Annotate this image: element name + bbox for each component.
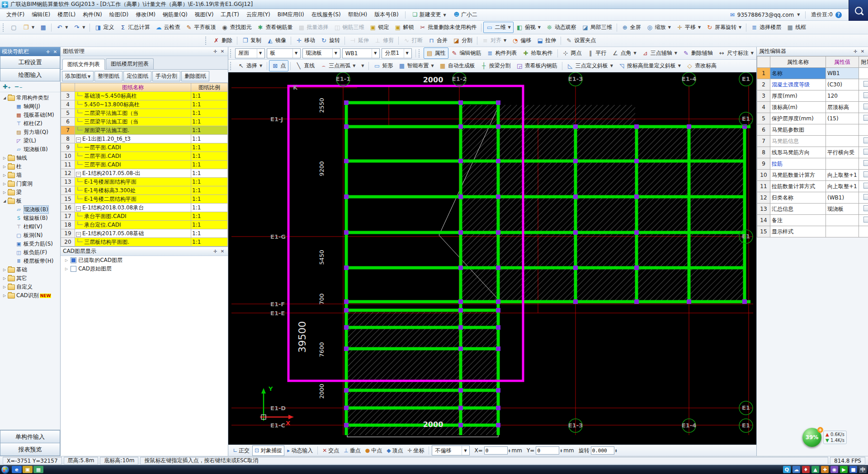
property-row[interactable]: 13汇总信息现浇板 <box>757 204 868 215</box>
menu-item[interactable]: 视图(V) <box>191 9 217 20</box>
toolbar-button[interactable]: ⊹两点 <box>560 47 585 59</box>
drawing-scale[interactable]: 1:1 <box>191 195 228 204</box>
menu-item[interactable]: BIM应用(I) <box>274 9 308 20</box>
drawing-scale[interactable]: 1:1 <box>191 204 228 212</box>
snap-toggle[interactable]: ●中点 <box>363 446 384 455</box>
extra-checkbox[interactable] <box>863 171 868 177</box>
drawing-scale[interactable]: 1:1 <box>191 178 228 186</box>
toolbar-button[interactable]: ✛平移▼ <box>674 22 703 33</box>
tree-item[interactable]: ▱现浇板(B) <box>0 205 60 214</box>
property-name[interactable]: 名称 <box>770 68 826 79</box>
toolbar-button[interactable]: ⌢三点画弧▼ <box>317 60 358 71</box>
property-name[interactable]: 显示样式 <box>770 226 826 237</box>
snap-toggle[interactable]: ⊡对象捕捉 <box>252 446 284 456</box>
toolbar-button[interactable]: Σ汇总计算 <box>117 22 152 33</box>
menu-item[interactable]: 绘图(D) <box>106 9 132 20</box>
tree-expander-icon[interactable]: ▷ <box>2 156 7 160</box>
tray-icon[interactable]: ✚ <box>821 466 829 473</box>
drawing-scale[interactable]: 1:1 <box>191 161 228 169</box>
folder-icon[interactable]: ▣ <box>23 466 33 473</box>
toolbar-button[interactable]: ◧俯视▼ <box>514 22 543 33</box>
toolbar-button[interactable]: ◪局部三维 <box>579 22 615 33</box>
tab-drawing-floor-map[interactable]: 图纸楼层对照表 <box>106 58 154 69</box>
close-icon[interactable]: ✕ <box>52 49 58 54</box>
property-name[interactable]: 厚度(mm) <box>770 90 826 102</box>
property-row[interactable]: 5保护层厚度(mm)(15) <box>757 113 868 124</box>
toolbar-button[interactable]: ≣选择楼层 <box>748 22 784 33</box>
toolbar-button[interactable]: ✛移动 <box>293 35 318 46</box>
tree-item[interactable]: ▷CAD识别NEW <box>0 291 60 300</box>
toolbar-button[interactable]: ◭镜像 <box>264 35 289 46</box>
drawing-name[interactable]: −E-1结构2018.03.08承台 <box>75 204 191 212</box>
collapse-icon[interactable]: − <box>76 172 81 177</box>
property-name[interactable]: 汇总信息 <box>770 204 826 215</box>
tree-item[interactable]: ⊤框柱(Z) <box>0 119 60 128</box>
pin-icon[interactable]: ✛ <box>212 249 218 254</box>
extra-checkbox[interactable] <box>863 149 868 155</box>
cad-layer-item[interactable]: ▷已提取的CAD图层 <box>61 256 228 265</box>
ime-icon[interactable]: 中 <box>859 466 867 473</box>
chevron-down-icon[interactable]: ▼ <box>372 49 378 58</box>
toolbar-button[interactable]: ✎删除辅轴 <box>680 47 716 59</box>
drawing-row[interactable]: 11└─ 三层平面.CADI1:1 <box>61 161 228 169</box>
drawing-button[interactable]: 定位图纸 <box>123 71 151 81</box>
drawing-row[interactable]: 12−E-1结构2017.05.08-出1:1 <box>61 169 228 178</box>
drawing-name[interactable]: −E-1结构2017.05.08基础 <box>75 229 191 238</box>
tree-item[interactable]: ▩筏板基础(M) <box>0 111 60 119</box>
toolbar-button[interactable]: ▭矩形 <box>371 60 396 71</box>
tree-item[interactable]: ▨剪力墙(Q) <box>0 128 60 137</box>
rotate-input[interactable] <box>591 446 614 455</box>
pin-icon[interactable]: ✛ <box>852 49 859 54</box>
drawing-row[interactable]: 16−E-1结构2018.03.08承台1:1 <box>61 204 228 212</box>
plus-icon[interactable]: + <box>817 427 823 433</box>
toolbar-button[interactable]: ⊿三点辅轴▼ <box>639 47 680 59</box>
toolbar-button[interactable]: ╲直线 <box>292 60 317 71</box>
tree-item[interactable]: ▷其它 <box>0 274 60 283</box>
extra-checkbox[interactable] <box>863 115 868 121</box>
property-value[interactable]: 平行横向受 <box>826 147 859 158</box>
drawing-scale[interactable]: 1:1 <box>191 229 228 238</box>
layer-checkbox[interactable] <box>71 257 76 263</box>
start-button[interactable] <box>1 465 9 474</box>
menu-item[interactable]: 工具(T) <box>217 9 243 20</box>
drawing-name[interactable]: −E-1结构2017.05.08-出 <box>75 169 191 178</box>
close-icon[interactable]: ✕ <box>219 49 226 54</box>
drawing-scale[interactable]: 1:1 <box>191 238 228 246</box>
combo-box[interactable]: 现浇板▼ <box>302 48 340 58</box>
collapse-icon[interactable]: − <box>76 137 81 142</box>
toolbar-button[interactable]: ∠点角▼ <box>609 47 639 59</box>
drawing-scale[interactable]: 1:1 <box>191 152 228 161</box>
drawing-button[interactable]: 删除图纸 <box>181 71 209 81</box>
drawing-scale[interactable]: 1:1 <box>191 92 228 100</box>
toolbar-button[interactable]: ↔尺寸标注▼ <box>716 47 756 59</box>
menu-item[interactable]: 帮助(H) <box>344 9 371 20</box>
tree-item[interactable]: ◢板 <box>0 197 60 205</box>
extra-checkbox[interactable] <box>863 183 868 189</box>
layer-checkbox[interactable] <box>71 266 76 272</box>
collapse-icon[interactable]: − <box>76 206 81 211</box>
chevron-down-icon[interactable]: ▼ <box>292 49 299 58</box>
property-name[interactable]: 马凳筋参数图 <box>770 124 826 136</box>
property-value[interactable]: 层顶标高 <box>826 102 859 113</box>
tree-expander-icon[interactable]: ◢ <box>2 199 7 203</box>
drawing-name[interactable]: └─ 一层平面.CADI <box>75 143 191 152</box>
property-value[interactable] <box>826 136 859 147</box>
tree-item[interactable]: ▷自定义 <box>0 283 60 291</box>
toolbar-button[interactable]: ◉查找图元 <box>218 22 254 33</box>
toolbar-button[interactable]: ✗删除 <box>210 35 235 46</box>
tree-item[interactable]: ▷墙 <box>0 171 60 180</box>
drawing-button[interactable]: 整理图纸 <box>94 71 123 81</box>
tree-expander-icon[interactable]: ▷ <box>65 258 68 262</box>
tray-icon[interactable]: ■ <box>849 466 857 473</box>
property-value[interactable] <box>826 226 859 237</box>
combo-box[interactable]: 屋面▼ <box>235 48 265 58</box>
undo-icon[interactable]: ↶▼ <box>53 23 71 33</box>
property-row[interactable]: 12归类名称(WB1) <box>757 192 868 204</box>
toolbar-button[interactable]: ◎缩放▼ <box>644 22 674 33</box>
close-icon[interactable]: ✕ <box>219 249 226 254</box>
traffic-ball[interactable]: 39% + <box>802 428 821 447</box>
toolbar-button[interactable]: ⊕全屏 <box>619 22 644 33</box>
drawing-name[interactable]: └─ 二层梁平法施工图（当 <box>75 109 191 118</box>
toolbar-button[interactable]: ✎平齐板顶 <box>183 22 218 33</box>
drawing-name[interactable]: └─ 三层梁平法施工图（当 <box>75 118 191 126</box>
